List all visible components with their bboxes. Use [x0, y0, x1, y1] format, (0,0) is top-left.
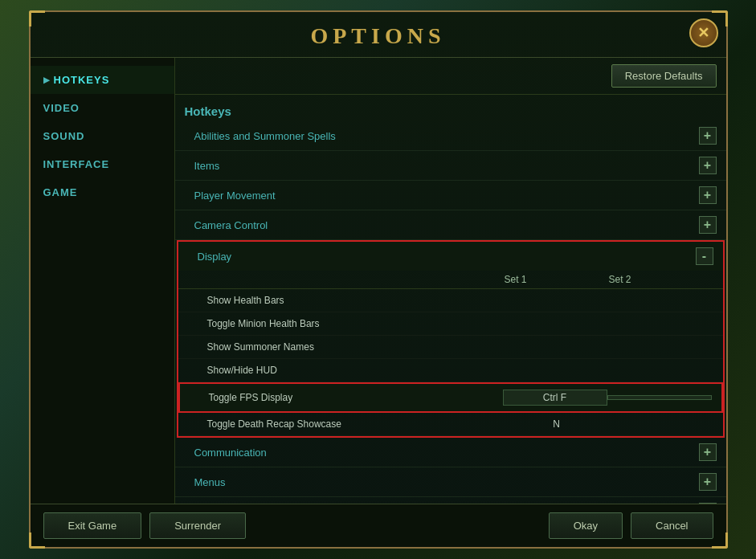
surrender-button[interactable]: Surrender — [149, 512, 246, 539]
abilities-group-row: Abilities and Summoner Spells + — [175, 121, 726, 151]
display-table-header: Set 1 Set 2 — [178, 271, 723, 289]
sidebar-item-sound[interactable]: SOUND — [31, 122, 174, 150]
col-set2: Set 2 — [609, 274, 713, 285]
items-group-row: Items + — [175, 151, 726, 181]
camera-control-label: Camera Control — [194, 219, 268, 231]
top-bar: Restore Defaults — [175, 58, 726, 95]
display-label: Display — [198, 251, 232, 263]
sidebar-item-label: HOTKEYS — [54, 74, 110, 86]
sidebar-item-video[interactable]: VIDEO — [31, 94, 174, 122]
player-movement-group-row: Player Movement + — [175, 181, 726, 210]
item-shop-group-row: Item Shop · — [175, 497, 726, 504]
row-label: Toggle Death Recap Showcase — [207, 418, 505, 430]
sidebar-item-label: INTERFACE — [43, 158, 110, 170]
dialog-overlay: OPTIONS ✕ ▶ HOTKEYS VIDEO SOUND INTERFA — [0, 0, 756, 559]
camera-control-group-row: Camera Control + — [175, 210, 726, 240]
display-header: Display - — [178, 242, 723, 271]
col-label — [188, 274, 505, 285]
display-collapse-button[interactable]: - — [696, 247, 713, 265]
table-row: Toggle Death Recap Showcase N — [178, 413, 723, 436]
col-set1: Set 1 — [505, 274, 609, 285]
sidebar-item-label: SOUND — [43, 130, 85, 142]
exit-game-button[interactable]: Exit Game — [43, 512, 142, 539]
camera-control-expand-button[interactable]: + — [699, 216, 717, 234]
close-button[interactable]: ✕ — [689, 18, 718, 47]
dialog-title: OPTIONS — [31, 12, 726, 58]
close-icon: ✕ — [697, 24, 709, 42]
toggle-fps-row: Toggle FPS Display Ctrl F — [178, 382, 723, 413]
sidebar-item-interface[interactable]: INTERFACE — [31, 150, 174, 178]
table-row: Show Summoner Names — [178, 336, 723, 359]
table-row: Toggle Minion Health Bars — [178, 312, 723, 336]
menus-group-row: Menus + — [175, 467, 726, 497]
cancel-button[interactable]: Cancel — [631, 512, 713, 539]
dialog-body: ▶ HOTKEYS VIDEO SOUND INTERFACE GAME — [31, 58, 726, 504]
sidebar-item-game[interactable]: GAME — [31, 178, 174, 206]
arrow-icon: ▶ — [43, 75, 51, 84]
table-row: Show/Hide HUD — [178, 359, 723, 382]
items-expand-button[interactable]: + — [699, 157, 717, 174]
footer-right: Okay Cancel — [549, 512, 713, 539]
menus-label: Menus — [194, 476, 226, 488]
content-area[interactable]: Hotkeys Abilities and Summoner Spells + … — [175, 95, 726, 504]
player-movement-label: Player Movement — [194, 190, 276, 202]
row-label: Show/Hide HUD — [207, 365, 505, 376]
hotkeys-section-header: Hotkeys — [175, 101, 726, 121]
okay-button[interactable]: Okay — [549, 512, 623, 539]
menus-expand-button[interactable]: + — [699, 473, 717, 491]
row-label: Show Health Bars — [207, 295, 505, 306]
abilities-expand-button[interactable]: + — [699, 127, 717, 145]
communication-label: Communication — [194, 447, 267, 459]
items-label: Items — [194, 160, 220, 172]
row-label: Toggle Minion Health Bars — [207, 318, 505, 329]
set1-cell[interactable]: N — [505, 418, 609, 430]
display-section: Display - Set 1 Set 2 Show Health Bars — [177, 240, 725, 438]
row-label: Show Summoner Names — [207, 341, 505, 353]
communication-group-row: Communication + — [175, 438, 726, 467]
toggle-fps-set1-cell[interactable]: Ctrl F — [503, 390, 607, 406]
table-row: Show Health Bars — [178, 289, 723, 312]
sidebar: ▶ HOTKEYS VIDEO SOUND INTERFACE GAME — [31, 58, 175, 504]
toggle-fps-label: Toggle FPS Display — [209, 392, 503, 403]
toggle-fps-set2-cell[interactable] — [607, 395, 712, 400]
dialog-footer: Exit Game Surrender Okay Cancel — [31, 504, 726, 547]
restore-defaults-button[interactable]: Restore Defaults — [611, 64, 717, 88]
abilities-label: Abilities and Summoner Spells — [194, 130, 336, 142]
footer-left: Exit Game Surrender — [43, 512, 247, 539]
main-content: Restore Defaults Hotkeys Abilities and S… — [175, 58, 726, 504]
sidebar-item-hotkeys[interactable]: ▶ HOTKEYS — [31, 66, 174, 94]
sidebar-item-label: VIDEO — [43, 102, 80, 114]
communication-expand-button[interactable]: + — [699, 443, 717, 461]
sidebar-item-label: GAME — [43, 186, 78, 198]
player-movement-expand-button[interactable]: + — [699, 186, 717, 204]
options-dialog: OPTIONS ✕ ▶ HOTKEYS VIDEO SOUND INTERFA — [29, 10, 728, 549]
